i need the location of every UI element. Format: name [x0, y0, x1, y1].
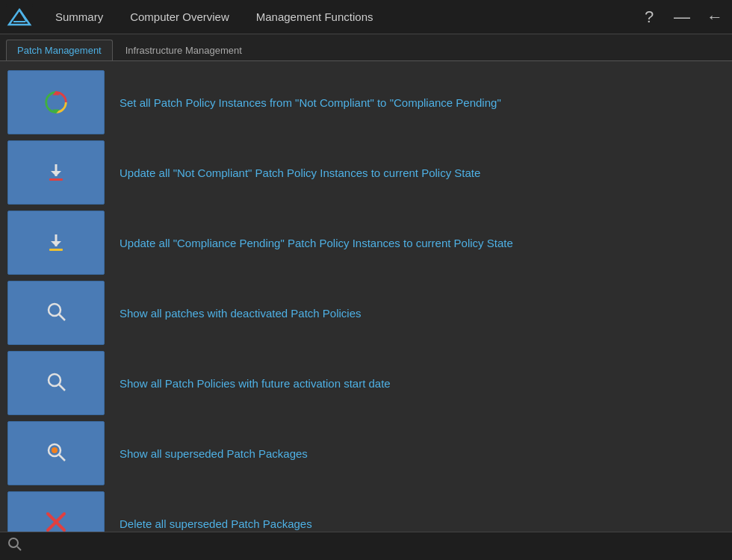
search-orange-icon [45, 441, 67, 466]
main-content: Set all Patch Policy Instances from "Not… [0, 61, 732, 532]
tab-patch-management[interactable]: Patch Management [6, 40, 113, 60]
download-red-icon [45, 161, 67, 184]
svg-point-16 [49, 374, 61, 386]
tab-infrastructure-management[interactable]: Infrastructure Management [114, 40, 253, 60]
download-yellow-icon [45, 231, 67, 254]
top-nav: Summary Computer Overview Management Fun… [0, 0, 732, 34]
set-compliance-pending-button[interactable] [7, 70, 105, 134]
nav-management-functions[interactable]: Management Functions [243, 0, 387, 34]
svg-line-24 [17, 547, 21, 550]
update-compliance-pending-label: Update all "Compliance Pending" Patch Po… [105, 235, 725, 251]
update-not-compliant-button[interactable] [7, 140, 105, 205]
delete-superseded-button[interactable] [7, 491, 105, 532]
action-row-set-compliance-pending: Set all Patch Policy Instances from "Not… [7, 70, 725, 134]
app-logo [6, 4, 33, 31]
minimize-button[interactable]: — [671, 7, 693, 27]
action-row-show-future-activation: Show all Patch Policies with future acti… [7, 351, 725, 415]
set-compliance-pending-label: Set all Patch Policy Instances from "Not… [105, 95, 725, 111]
status-bar [0, 532, 732, 560]
svg-rect-10 [49, 178, 63, 181]
search-white2-icon [45, 370, 67, 396]
action-row-delete-superseded: Delete all superseded Patch Packages [7, 491, 725, 532]
svg-line-15 [59, 314, 65, 320]
svg-point-20 [52, 447, 58, 453]
back-button[interactable]: ← [704, 7, 726, 27]
refresh-colored-icon [42, 88, 70, 116]
delete-superseded-label: Delete all superseded Patch Packages [105, 516, 725, 532]
show-superseded-label: Show all superseded Patch Packages [105, 446, 725, 461]
svg-point-14 [49, 304, 61, 316]
help-button[interactable]: ? [638, 7, 660, 27]
update-compliance-pending-button[interactable] [7, 211, 105, 275]
tabs-bar: Patch Management Infrastructure Manageme… [0, 34, 732, 61]
show-future-activation-label: Show all Patch Policies with future acti… [105, 376, 725, 391]
show-future-activation-button[interactable] [7, 351, 105, 415]
nav-items: Summary Computer Overview Management Fun… [42, 0, 638, 34]
svg-rect-13 [49, 249, 63, 251]
show-deactivated-button[interactable] [7, 281, 105, 345]
nav-summary[interactable]: Summary [42, 0, 117, 34]
svg-marker-12 [51, 241, 61, 246]
action-row-show-deactivated: Show all patches with deactivated Patch … [7, 281, 725, 345]
action-row-update-not-compliant: Update all "Not Compliant" Patch Policy … [7, 140, 725, 205]
show-superseded-button[interactable] [7, 421, 105, 485]
svg-point-23 [9, 538, 18, 547]
action-row-show-superseded: Show all superseded Patch Packages [7, 421, 725, 485]
show-deactivated-label: Show all patches with deactivated Patch … [105, 305, 725, 321]
action-row-update-compliance-pending: Update all "Compliance Pending" Patch Po… [7, 211, 725, 275]
nav-computer-overview[interactable]: Computer Overview [117, 0, 243, 34]
svg-rect-0 [6, 4, 33, 31]
status-search-icon [7, 537, 22, 556]
svg-marker-9 [51, 171, 61, 176]
nav-right: ? — ← [638, 7, 726, 27]
search-white-icon [45, 300, 67, 326]
delete-red-icon [44, 510, 68, 532]
svg-line-17 [59, 385, 65, 391]
svg-line-19 [59, 455, 65, 461]
update-not-compliant-label: Update all "Not Compliant" Patch Policy … [105, 165, 725, 181]
